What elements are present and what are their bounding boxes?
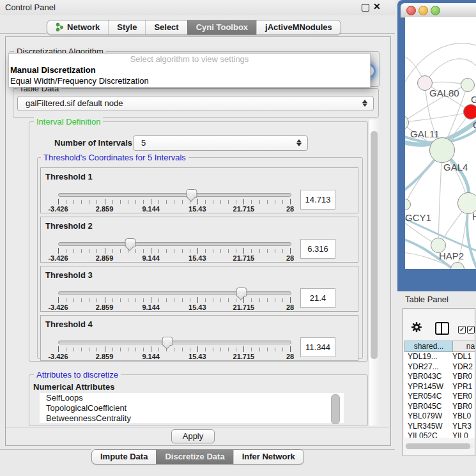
slider-thumb[interactable]	[162, 337, 173, 346]
threshold-label: Threshold 3	[45, 270, 93, 280]
attribute-list-item[interactable]: BetweennessCentrality	[40, 413, 344, 423]
number-of-intervals-label: Number of Intervals	[54, 138, 132, 148]
network-node-label: GAL80	[429, 88, 459, 98]
table-rows: YDL19... YDL1 YDR27... YDR2 YBR043C YBR0…	[404, 352, 475, 438]
interval-definition-label: Interval Definition	[34, 117, 103, 127]
zoom-traffic-light-icon[interactable]	[431, 6, 440, 15]
network-node[interactable]	[463, 104, 476, 119]
major-tick	[58, 199, 59, 204]
float-window-icon[interactable]	[362, 4, 369, 12]
slider-thumb[interactable]	[187, 189, 197, 198]
major-tick	[151, 346, 151, 352]
slider-tick-labels: -3.426 2.859 9.144 15.43 21.715 28	[58, 254, 290, 262]
threshold-slider[interactable]: -3.426 2.859 9.144 15.43 21.715 28	[58, 337, 290, 360]
table-row[interactable]: YDL19... YDL1	[404, 352, 475, 362]
major-tick	[58, 248, 59, 254]
table-row[interactable]: YPR145W YPR1	[404, 382, 475, 392]
settings-scrollbar-thumb[interactable]	[371, 131, 378, 359]
threshold-value-field[interactable]: 14.713	[300, 190, 335, 210]
threshold-coordinates-label: Threshold's Coordinates for 5 Intervals	[41, 153, 188, 162]
slider-track[interactable]	[58, 242, 291, 246]
table-row[interactable]: YIL052C YIL0	[404, 431, 475, 438]
apply-button[interactable]: Apply	[171, 429, 215, 443]
bottom-tab-bar: Impute Data Discretize Data Infer Networ…	[91, 449, 304, 464]
top-tab[interactable]: Cyni Toolbox	[187, 20, 256, 35]
table-row[interactable]: YBR045C YBR0	[404, 402, 475, 412]
table-row[interactable]: YBR043C YBR0	[404, 372, 475, 382]
slider-ticks	[58, 298, 290, 302]
settings-scrollbar-track[interactable]	[369, 119, 380, 426]
number-of-intervals-combobox[interactable]: 5	[133, 135, 308, 151]
slider-thumb[interactable]	[236, 288, 247, 296]
table-row[interactable]: YLR345W YLR3	[404, 422, 475, 432]
slider-tick-labels: -3.426 2.859 9.144 15.43 21.715 28	[58, 303, 290, 311]
spinner-arrows-icon	[362, 98, 368, 108]
threshold-panel: Threshold 3 -3.426 2.859 9.144 15	[40, 266, 358, 312]
network-canvas[interactable]: GAL80GAL11GAL4GCY1HAP2GCH	[405, 17, 476, 269]
attributes-list-scrollbar[interactable]	[331, 394, 340, 424]
table-data-combobox[interactable]: galFiltered.sif default node	[17, 96, 374, 111]
top-tab[interactable]: jActiveMNodules	[256, 20, 341, 35]
checkbox-icon[interactable]: ✓	[458, 326, 466, 334]
split-columns-icon[interactable]	[435, 322, 449, 335]
dropdown-item-equal-width[interactable]: Equal Width/Frequency Discretization	[9, 75, 370, 86]
threshold-value-field[interactable]: 6.316	[300, 239, 335, 259]
network-node-label: C	[473, 119, 476, 130]
threshold-slider[interactable]: -3.426 2.859 9.144 15.43 21.715 28	[58, 189, 290, 212]
cell-shared-name: YBR045C	[404, 402, 450, 412]
table-hscrollbar-track[interactable]	[405, 443, 473, 449]
slider-track[interactable]	[58, 291, 291, 295]
tick-label: 9.144	[142, 303, 160, 311]
bottom-tab[interactable]: Discretize Data	[156, 450, 233, 464]
major-tick	[105, 199, 105, 204]
major-tick	[290, 346, 291, 352]
checkbox-icon[interactable]: ✓	[467, 326, 475, 334]
slider-ticks	[58, 249, 290, 253]
table-row[interactable]: YER054C YER0	[404, 392, 475, 402]
threshold-slider[interactable]: -3.426 2.859 9.144 15.43 21.715 28	[58, 238, 290, 261]
cell-name: YDR2	[450, 362, 475, 372]
cell-shared-name: YLR345W	[404, 422, 450, 432]
table-hscrollbar-thumb[interactable]	[406, 443, 470, 449]
tick-label: 21.715	[233, 353, 255, 360]
column-header-shared[interactable]: shared...	[404, 341, 453, 352]
cell-shared-name: YPR145W	[404, 382, 450, 392]
close-icon[interactable]: ✕	[373, 1, 381, 12]
table-row[interactable]: YBL079W YBL0	[404, 411, 475, 422]
network-node[interactable]	[429, 137, 455, 163]
tab-divider	[298, 449, 395, 450]
table-panel: ✓ ✓ shared... na YDL19... YDL1 YDR27... …	[403, 308, 475, 456]
top-tab[interactable]: Select	[145, 20, 187, 35]
bottom-tab-label: Impute Data	[100, 452, 148, 461]
slider-track[interactable]	[58, 193, 291, 197]
cell-name: YBL0	[450, 411, 475, 422]
close-traffic-light-icon[interactable]	[406, 6, 416, 15]
tick-label: 9.144	[142, 205, 160, 213]
threshold-slider[interactable]: -3.426 2.859 9.144 15.43 21.715 28	[58, 288, 290, 311]
network-node[interactable]	[461, 78, 475, 92]
screen: Control Panel ✕ Network	[0, 0, 476, 476]
dropdown-item-manual[interactable]: Manual Discretization	[9, 65, 370, 75]
bottom-tab[interactable]: Infer Network	[233, 450, 303, 464]
tick-label: 28	[286, 205, 294, 213]
attribute-list-item[interactable]: SelfLoops	[40, 393, 344, 403]
numerical-attributes-list: SelfLoopsTopologicalCoefficientBetweenne…	[40, 393, 344, 423]
gear-icon[interactable]	[411, 321, 422, 333]
major-tick	[105, 346, 105, 352]
network-window-titlebar	[401, 3, 476, 18]
threshold-panel: Threshold 2 -3.426 2.859 9.144 15	[40, 217, 358, 263]
network-node-label: GAL4	[443, 162, 468, 173]
network-node-label: H	[472, 211, 476, 222]
slider-track[interactable]	[58, 341, 291, 344]
top-tab[interactable]: Style	[108, 20, 145, 35]
column-header-name[interactable]: na	[453, 341, 475, 352]
threshold-value-field[interactable]: 11.344	[300, 337, 335, 357]
bottom-tab[interactable]: Impute Data	[92, 450, 156, 464]
slider-thumb[interactable]	[125, 238, 135, 247]
threshold-value-field[interactable]: 21.4	[300, 288, 335, 308]
dropdown-hint-item[interactable]: Select algorithm to view settings	[9, 54, 370, 65]
top-tab[interactable]: Network	[47, 20, 108, 35]
table-row[interactable]: YDR27... YDR2	[404, 362, 475, 372]
minimize-traffic-light-icon[interactable]	[418, 6, 428, 15]
attribute-list-item[interactable]: TopologicalCoefficient	[40, 403, 344, 413]
